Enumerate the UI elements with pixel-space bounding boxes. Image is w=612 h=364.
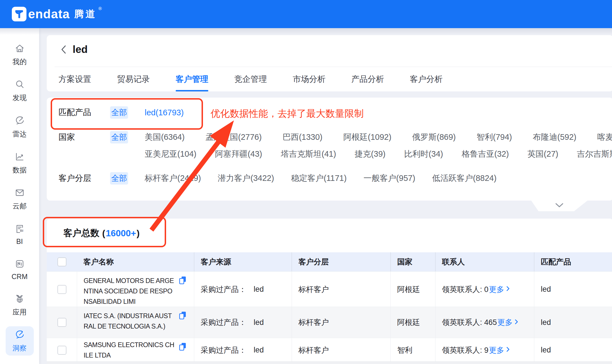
source-label: 采购过产品： bbox=[201, 317, 246, 327]
source-value: led bbox=[254, 318, 264, 327]
matched-product-cell: led bbox=[534, 338, 612, 362]
filter-option-tier[interactable]: 潜力客户(3422) bbox=[218, 173, 274, 184]
sidebar-item-my[interactable]: 我的 bbox=[6, 40, 34, 69]
filter-panel: 匹配产品 全部 led(16793) 国家 全部 美国(6364) 孟加拉国(2… bbox=[47, 98, 612, 201]
copy-icon[interactable] bbox=[179, 342, 187, 354]
plan-title-row: led bbox=[47, 35, 612, 55]
sidebar-item-discover[interactable]: 发现 bbox=[6, 76, 34, 105]
customer-name[interactable]: SAMSUNG ELECTRONICS CHILE LTDA bbox=[84, 340, 175, 361]
sidebar-item-bi[interactable]: BI BI bbox=[6, 220, 34, 248]
contacts-cell: 领英联系人: 0 更多 bbox=[435, 272, 534, 307]
filter-option-country[interactable]: 捷克(39) bbox=[355, 149, 386, 160]
matched-product-cell: led bbox=[534, 272, 612, 307]
sidebar-item-crm[interactable]: CRM bbox=[6, 255, 34, 284]
customer-total-label: 客户总数 bbox=[63, 227, 99, 239]
col-header-customer-tier: 客户分层 bbox=[292, 252, 390, 271]
copy-icon[interactable] bbox=[179, 276, 187, 288]
copy-icon[interactable] bbox=[179, 311, 187, 323]
filter-option-country[interactable]: 智利(794) bbox=[477, 132, 512, 143]
filter-option-country[interactable]: 格鲁吉亚(32) bbox=[462, 149, 509, 160]
filter-option-product[interactable]: led(16793) bbox=[145, 108, 184, 117]
paren-close: ) bbox=[137, 228, 140, 239]
contacts-count: 领英联系人: 0 bbox=[442, 284, 488, 295]
filter-label-tier: 客户分层 bbox=[59, 173, 98, 184]
filter-product-all-chip[interactable]: 全部 bbox=[110, 106, 128, 119]
table-row[interactable]: SAMSUNG ELECTRONICS CHILE LTDA 采购过产品： le… bbox=[47, 338, 612, 362]
crm-book-icon bbox=[14, 258, 25, 271]
filter-option-country[interactable]: 阿塞拜疆(43) bbox=[215, 149, 262, 160]
contacts-count: 领英联系人: 9 bbox=[442, 345, 488, 355]
col-header-country: 国家 bbox=[390, 252, 435, 271]
filter-country-all-chip[interactable]: 全部 bbox=[110, 131, 128, 143]
customer-source-cell: 采购过产品： led bbox=[194, 338, 292, 362]
customer-name[interactable]: IATEC S.A. (INDUSTRIA AUSTRAL DE TECNOLO… bbox=[84, 311, 175, 332]
plan-header-card: led 方案设置 贸易记录 客户管理 竞企管理 市场分析 产品分析 客户分析 bbox=[47, 35, 612, 91]
radar-icon bbox=[14, 115, 25, 127]
tab-customer-analysis[interactable]: 客户分析 bbox=[410, 67, 443, 91]
insight-radar-icon bbox=[14, 329, 25, 341]
row-checkbox[interactable] bbox=[57, 318, 66, 327]
customer-tier-cell: 标杆客户 bbox=[292, 307, 390, 338]
tab-customer-management[interactable]: 客户管理 bbox=[176, 67, 208, 91]
sidebar-item-apps[interactable]: 应用 bbox=[6, 290, 34, 320]
tendata-logo-icon bbox=[12, 7, 26, 21]
tabs-bar: 方案设置 贸易记录 客户管理 竞企管理 市场分析 产品分析 客户分析 bbox=[47, 67, 612, 91]
tab-product-analysis[interactable]: 产品分析 bbox=[351, 67, 384, 91]
back-icon[interactable] bbox=[60, 44, 67, 55]
tab-market-analysis[interactable]: 市场分析 bbox=[293, 67, 325, 91]
filter-option-country[interactable]: 塔吉克斯坦(41) bbox=[281, 149, 336, 160]
customer-total-heading: 客户总数 ( 16000+ ) bbox=[47, 219, 612, 239]
filter-option-tier[interactable]: 低活跃客户(8824) bbox=[432, 173, 497, 184]
sidebar-item-label: 洞察 bbox=[13, 343, 27, 353]
filter-option-country[interactable]: 美国(6364) bbox=[145, 132, 185, 143]
filter-label-product: 匹配产品 bbox=[59, 107, 98, 118]
sidebar-nav: 我的 发现 雷达 数据 bbox=[0, 28, 39, 364]
filter-option-country[interactable]: 巴西(1330) bbox=[283, 132, 323, 143]
sidebar-item-insight[interactable]: 洞察 bbox=[6, 326, 34, 356]
filter-expand-handle[interactable] bbox=[531, 201, 588, 211]
customer-name[interactable]: GENERAL MOTORS DE ARGENTINA SOCIEDAD DE … bbox=[84, 276, 175, 307]
paren-open: ( bbox=[102, 228, 105, 239]
filter-option-country[interactable]: 英国(27) bbox=[528, 149, 559, 160]
select-all-checkbox[interactable] bbox=[57, 257, 66, 266]
filter-option-country[interactable]: 布隆迪(592) bbox=[533, 132, 577, 143]
sidebar-item-radar[interactable]: 雷达 bbox=[6, 112, 34, 141]
filter-option-country[interactable]: 喀麦隆(53 bbox=[597, 132, 612, 143]
table-row[interactable]: IATEC S.A. (INDUSTRIA AUSTRAL DE TECNOLO… bbox=[47, 307, 612, 338]
customer-name-cell: SAMSUNG ELECTRONICS CHILE LTDA bbox=[77, 338, 194, 362]
more-link[interactable]: 更多 bbox=[489, 284, 510, 295]
filter-option-country[interactable]: 俄罗斯(869) bbox=[412, 132, 456, 143]
logo-registered-mark: ® bbox=[99, 6, 102, 11]
tab-competitor-management[interactable]: 竞企管理 bbox=[234, 67, 267, 91]
filter-option-country[interactable]: 吉尔吉斯斯 bbox=[577, 149, 612, 160]
sidebar-item-label: BI bbox=[16, 237, 23, 246]
svg-text:BI: BI bbox=[20, 229, 23, 233]
chevron-right-icon bbox=[506, 285, 510, 294]
contacts-count: 领英联系人: 465 bbox=[442, 317, 497, 327]
horizontal-scrollbar[interactable] bbox=[47, 361, 612, 364]
tendata-logo[interactable]: endata 腾道 ® bbox=[12, 0, 102, 28]
country-cell: 阿根廷 bbox=[390, 307, 435, 338]
filter-row-product: 匹配产品 全部 led(16793) bbox=[47, 106, 612, 119]
sidebar-item-cloudmail[interactable]: 云邮 bbox=[6, 184, 34, 214]
filter-option-country[interactable]: 比利时(34) bbox=[404, 149, 443, 160]
table-row[interactable]: GENERAL MOTORS DE ARGENTINA SOCIEDAD DE … bbox=[47, 271, 612, 307]
col-header-contacts: 联系人 bbox=[435, 252, 534, 271]
row-checkbox[interactable] bbox=[57, 346, 66, 355]
more-link[interactable]: 更多 bbox=[489, 345, 510, 355]
filter-option-tier[interactable]: 稳定客户(1171) bbox=[291, 173, 347, 184]
filter-option-tier[interactable]: 标杆客户(2419) bbox=[145, 173, 201, 184]
filter-option-tier[interactable]: 一般客户(957) bbox=[363, 173, 415, 184]
tab-trade-records[interactable]: 贸易记录 bbox=[117, 67, 150, 91]
filter-option-country[interactable]: 亚美尼亚(104) bbox=[145, 149, 196, 160]
row-checkbox[interactable] bbox=[57, 285, 66, 294]
more-link[interactable]: 更多 bbox=[497, 317, 518, 327]
filter-option-country[interactable]: 阿根廷(1092) bbox=[343, 132, 391, 143]
country-cell: 阿根廷 bbox=[390, 272, 435, 307]
tab-plan-settings[interactable]: 方案设置 bbox=[59, 67, 91, 91]
chevron-right-icon bbox=[515, 318, 518, 327]
customer-source-cell: 采购过产品： led bbox=[194, 272, 292, 307]
sidebar-item-data[interactable]: 数据 bbox=[6, 148, 34, 177]
filter-option-country[interactable]: 孟加拉国(2776) bbox=[206, 132, 262, 143]
filter-tier-all-chip[interactable]: 全部 bbox=[110, 172, 128, 185]
